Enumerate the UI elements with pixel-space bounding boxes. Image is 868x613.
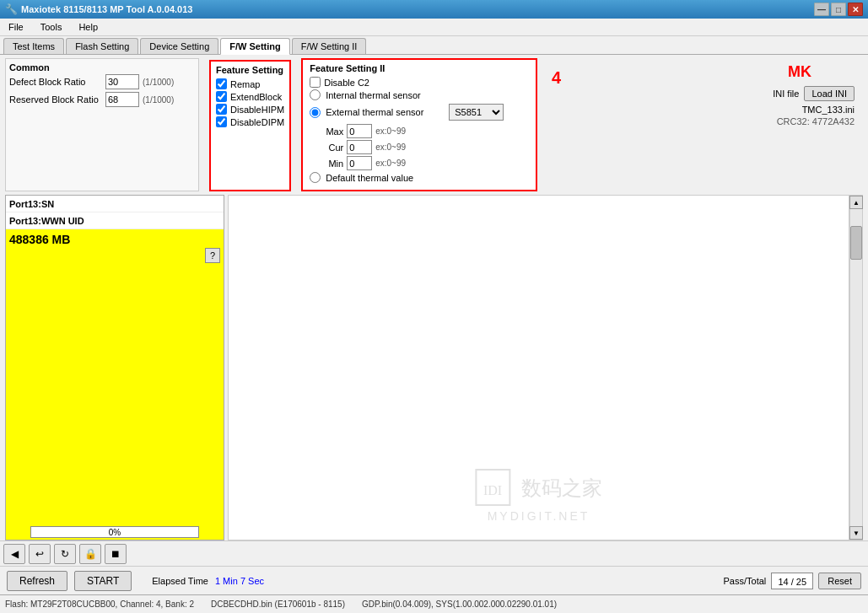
- min-input[interactable]: [347, 156, 372, 170]
- progress-text: 0%: [31, 527, 198, 537]
- ini-file-label: INI file: [773, 89, 799, 99]
- app-icon: 🔧: [5, 3, 18, 15]
- extend-block-row: ExtendBlock: [216, 91, 284, 102]
- defect-block-label: Defect Block Ratio: [9, 77, 102, 87]
- disable-dipm-label: DisableDIPM: [230, 117, 284, 127]
- elapsed-value: 1 Min 7 Sec: [215, 576, 264, 586]
- watermark-chinese: 数码之家: [521, 477, 602, 499]
- disable-c2-label: Disable C2: [324, 78, 369, 88]
- disable-dipm-checkbox[interactable]: [216, 116, 227, 127]
- cur-hint: ex:0~99: [375, 142, 406, 152]
- scroll-thumb[interactable]: [850, 226, 862, 260]
- scroll-down-arrow[interactable]: ▼: [849, 526, 863, 540]
- common-section: Common Defect Block Ratio (1/1000) Reser…: [5, 58, 199, 191]
- tab-fw-setting-ii[interactable]: F/W Setting II: [292, 38, 367, 54]
- tool-stop-button[interactable]: ⏹: [105, 544, 127, 564]
- tool-left-arrow-button[interactable]: ◀: [3, 544, 25, 564]
- tab-fw-setting[interactable]: F/W Setting: [220, 38, 290, 55]
- close-button[interactable]: ✕: [848, 3, 863, 16]
- reserved-block-input[interactable]: [105, 92, 139, 107]
- bottom-toolbar: ◀ ↩ ↻ 🔒 ⏹: [0, 540, 868, 566]
- disable-hipm-checkbox[interactable]: [216, 104, 227, 115]
- start-button[interactable]: START: [74, 571, 132, 591]
- watermark-line2: MYDIGIT.NET: [475, 509, 602, 523]
- annotation-4: 4: [552, 68, 561, 88]
- tab-test-items[interactable]: Test Items: [3, 38, 64, 54]
- stop-icon: ⏹: [111, 548, 121, 560]
- maximize-button[interactable]: □: [831, 3, 846, 16]
- cur-label: Cur: [318, 142, 343, 153]
- remap-row: Remap: [216, 78, 284, 89]
- refresh-button[interactable]: Refresh: [7, 571, 67, 591]
- menu-file[interactable]: File: [3, 20, 29, 34]
- tool-undo-button[interactable]: ↩: [29, 544, 51, 564]
- feature-setting2-box: Feature Setting II Disable C2 Internal t…: [301, 58, 537, 191]
- cur-input[interactable]: [347, 140, 372, 154]
- gdp-info: GDP.bin(0.04.009), SYS(1.00.002.000.0229…: [362, 600, 557, 609]
- tab-flash-setting[interactable]: Flash Setting: [66, 38, 138, 54]
- mk-panel: MK INI file Load INI TMC_133.ini CRC32: …: [736, 58, 863, 191]
- min-label: Min: [318, 159, 343, 169]
- left-arrow-icon: ◀: [11, 548, 19, 560]
- port-wwn-input[interactable]: [88, 216, 224, 226]
- scroll-up-arrow[interactable]: ▲: [849, 196, 863, 209]
- reserved-block-label: Reserved Block Ratio: [9, 94, 102, 105]
- window-title: Maxiotek 8115/8113 MP Tool A.0.04.013: [21, 4, 192, 14]
- max-input[interactable]: [347, 124, 372, 138]
- settings-panels-row: Common Defect Block Ratio (1/1000) Reser…: [0, 55, 868, 195]
- middle-section: Port13:SN Port13:WWN UID 488386 MB ? 0%: [0, 195, 868, 540]
- main-scroll-area[interactable]: IDI 数码之家 MYDIGIT.NET: [228, 195, 849, 540]
- tool-refresh-small-button[interactable]: ↻: [54, 544, 76, 564]
- default-thermal-row: Default thermal value: [310, 172, 529, 183]
- common-label: Common: [9, 62, 195, 73]
- scroll-inner: IDI 数码之家 MYDIGIT.NET: [229, 196, 849, 540]
- extend-block-checkbox[interactable]: [216, 91, 227, 102]
- device-panel: Port13:SN Port13:WWN UID 488386 MB ? 0%: [5, 195, 224, 540]
- internal-sensor-radio[interactable]: [310, 89, 321, 100]
- main-window: 🔧 Maxiotek 8115/8113 MP Tool A.0.04.013 …: [0, 0, 868, 613]
- minimize-button[interactable]: —: [814, 3, 829, 16]
- question-button[interactable]: ?: [205, 248, 220, 263]
- progress-bar-outer: 0%: [30, 526, 199, 538]
- remap-checkbox[interactable]: [216, 78, 227, 89]
- lock-icon: 🔒: [84, 548, 97, 560]
- titlebar-left: 🔧 Maxiotek 8115/8113 MP Tool A.0.04.013: [5, 3, 192, 15]
- min-row: Min ex:0~99: [318, 156, 529, 170]
- sensor-dropdown[interactable]: S5851 Option2: [449, 104, 504, 121]
- menubar: File Tools Help: [0, 19, 868, 36]
- port-sn-label: Port13:SN: [6, 199, 82, 209]
- reserved-block-row: Reserved Block Ratio (1/1000): [9, 92, 195, 107]
- internal-sensor-row: Internal thermal sensor: [310, 89, 529, 100]
- port-sn-input[interactable]: [82, 199, 224, 209]
- disable-hipm-label: DisableHIPM: [230, 105, 284, 115]
- main-scroll-container: IDI 数码之家 MYDIGIT.NET ▲ ▼: [228, 195, 863, 540]
- load-ini-button[interactable]: Load INI: [804, 86, 855, 101]
- external-sensor-row: External thermal sensor S5851 Option2: [310, 104, 529, 121]
- tool-lock-button[interactable]: 🔒: [79, 544, 101, 564]
- port-sn-row: Port13:SN: [6, 196, 224, 212]
- default-thermal-label: Default thermal value: [326, 173, 444, 183]
- thermal-inputs: Max ex:0~99 Cur ex:0~99 Min ex:0~99: [318, 124, 529, 170]
- feature-setting2-title: Feature Setting II: [310, 63, 529, 73]
- defect-block-hint: (1/1000): [143, 78, 174, 87]
- menu-help[interactable]: Help: [73, 20, 103, 34]
- ini-filename: TMC_133.ini: [802, 105, 855, 115]
- feature-setting-title: Feature Setting: [216, 65, 284, 75]
- ini-row: INI file Load INI: [773, 86, 855, 101]
- tab-device-setting[interactable]: Device Setting: [140, 38, 218, 54]
- reset-button[interactable]: Reset: [818, 573, 861, 589]
- disable-dipm-row: DisableDIPM: [216, 116, 284, 127]
- max-hint: ex:0~99: [375, 126, 406, 136]
- statusbar: Flash: MT29F2T08CUCBB00, Channel: 4, Ban…: [0, 594, 868, 613]
- max-label: Max: [318, 126, 343, 137]
- menu-tools[interactable]: Tools: [35, 20, 67, 34]
- external-sensor-radio[interactable]: [310, 107, 321, 118]
- scrollbar: ▲ ▼: [849, 195, 863, 540]
- device-size: 488386 MB: [6, 229, 224, 246]
- default-thermal-radio[interactable]: [310, 172, 321, 183]
- disable-c2-checkbox[interactable]: [310, 77, 321, 88]
- defect-block-input[interactable]: [105, 74, 139, 89]
- extend-block-label: ExtendBlock: [230, 92, 282, 102]
- elapsed-label: Elapsed Time: [152, 576, 208, 586]
- scroll-track[interactable]: [850, 209, 862, 526]
